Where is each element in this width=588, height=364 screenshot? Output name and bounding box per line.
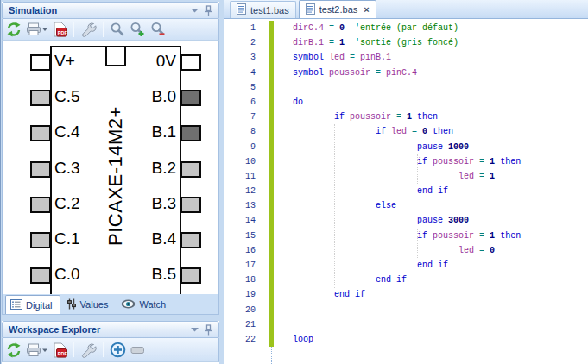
code-line[interactable]: if led = 0 then — [293, 124, 521, 139]
code-line[interactable] — [293, 80, 521, 95]
close-icon[interactable]: × — [364, 4, 369, 15]
chip-pin-box-vplus[interactable] — [30, 54, 51, 71]
line-number: 9 — [224, 140, 256, 154]
tab-label: test1.bas — [250, 5, 289, 16]
file-icon — [237, 3, 246, 16]
editor-body[interactable]: 12345678910111213141516171819202122 dirC… — [224, 19, 588, 364]
pin-icon[interactable] — [201, 323, 215, 336]
chip-pin-box-b-4[interactable] — [180, 232, 201, 248]
chevron-down-icon[interactable] — [187, 323, 201, 336]
chip-pin-box-b-0[interactable] — [180, 90, 201, 106]
zoom-icon[interactable] — [110, 21, 125, 39]
svg-text:PDF: PDF — [58, 350, 67, 355]
options-wrench-icon[interactable] — [80, 21, 97, 39]
chip-pin-label: C.3 — [54, 159, 80, 178]
chip-pin-box-b-5[interactable] — [180, 267, 201, 284]
toolbar-separator — [103, 22, 104, 37]
chip-pin-label: B.3 — [104, 194, 176, 213]
code-line[interactable]: end if — [293, 258, 521, 273]
code-line[interactable]: led = 1 — [293, 169, 521, 184]
chevron-down-icon[interactable] — [187, 4, 201, 17]
line-number: 6 — [224, 95, 256, 110]
code-line[interactable]: if poussoir = 1 then — [293, 229, 521, 243]
editor-tabbar: test1.bas test2.bas × — [224, 0, 588, 19]
code-line[interactable]: else — [293, 198, 521, 213]
line-number: 20 — [224, 303, 256, 317]
tab-test1-bas[interactable]: test1.bas — [230, 1, 296, 18]
tab-digital-label: Digital — [26, 300, 53, 311]
line-number: 1 — [224, 21, 256, 35]
pin-icon[interactable] — [201, 4, 215, 17]
chip-pin-box-c-3[interactable] — [30, 161, 51, 178]
print-icon[interactable] — [26, 21, 48, 39]
workspace-panel-titlebar: Workspace Explorer — [2, 321, 219, 338]
code-line[interactable]: end if — [293, 184, 521, 198]
chip-pin-box-b-1[interactable] — [180, 125, 201, 141]
line-number: 4 — [224, 66, 256, 80]
chip-pin-box-c-2[interactable] — [30, 197, 51, 213]
chip-pin-box-c-4[interactable] — [30, 125, 51, 141]
zoom-in-icon[interactable] — [130, 21, 146, 39]
code-line[interactable]: end if — [293, 287, 521, 302]
line-number-gutter: 12345678910111213141516171819202122 — [224, 21, 256, 347]
svg-text:PDF: PDF — [58, 30, 67, 35]
toolbar-separator — [103, 342, 104, 357]
code-line[interactable]: end if — [293, 273, 521, 287]
line-number: 5 — [224, 80, 256, 95]
chip-pin-box-b-2[interactable] — [180, 161, 201, 178]
code-line[interactable]: symbol poussoir = pinC.4 — [293, 66, 521, 80]
pdf-export-icon[interactable]: PDF — [53, 21, 67, 39]
line-number: 19 — [224, 287, 256, 302]
digital-list-icon — [10, 299, 22, 311]
application-window: Simulation — [0, 0, 588, 364]
tab-test2-bas[interactable]: test2.bas × — [299, 0, 376, 18]
simulation-toolbar: PDF — [2, 19, 219, 41]
collapse-icon[interactable] — [130, 341, 145, 359]
chip-pin-box-b-3[interactable] — [180, 197, 201, 213]
code-line[interactable] — [293, 317, 521, 332]
code-content: dirC.4 = 0 'entrée (par défaut)dirB.1 = … — [293, 21, 521, 347]
simulation-view-tabs: Digital Values — [2, 294, 219, 315]
chip-pin-label: C.1 — [54, 229, 80, 248]
chip-pin-label: B.2 — [104, 159, 176, 178]
tab-digital[interactable]: Digital — [5, 295, 60, 314]
code-editor: test1.bas test2.bas × 123456789101112131… — [224, 0, 588, 364]
code-line[interactable]: if poussoir = 1 then — [293, 154, 521, 169]
line-number: 8 — [224, 124, 256, 139]
code-line[interactable]: symbol led = pinB.1 — [293, 50, 521, 65]
chip-pin-box-c-5[interactable] — [30, 90, 51, 106]
code-line[interactable]: dirC.4 = 0 'entrée (par défaut) — [293, 21, 521, 35]
code-line[interactable]: pause 1000 — [293, 140, 521, 154]
line-number: 2 — [224, 35, 256, 50]
toolbar-separator — [73, 22, 74, 37]
chip-pin-label: B.0 — [104, 87, 176, 106]
tab-watch[interactable]: Watch — [117, 295, 173, 314]
chip-pin-box-c-1[interactable] — [30, 232, 51, 248]
code-line[interactable] — [293, 303, 521, 317]
code-line[interactable]: if poussoir = 1 then — [293, 110, 521, 124]
line-number: 13 — [224, 198, 256, 213]
chip-pin-label: C.0 — [54, 265, 80, 284]
add-icon[interactable] — [110, 341, 126, 359]
code-line[interactable]: do — [293, 95, 521, 110]
refresh-icon[interactable] — [6, 341, 22, 359]
print-icon[interactable] — [26, 341, 48, 359]
line-number: 17 — [224, 258, 256, 273]
chip-pin-label: B.1 — [104, 122, 176, 141]
code-line[interactable]: led = 0 — [293, 243, 521, 258]
toolbar-separator — [73, 342, 74, 357]
options-wrench-icon[interactable] — [80, 341, 97, 359]
chip-pin-label: 0V — [104, 52, 176, 71]
zoom-out-icon[interactable] — [150, 21, 167, 39]
code-line[interactable]: loop — [293, 332, 521, 347]
refresh-icon[interactable] — [6, 21, 22, 39]
pdf-export-icon[interactable]: PDF — [53, 341, 67, 359]
simulation-chip-area: PICAXE-14M2+ V+C.5C.4C.3C.2C.1C.00VB.0B.… — [2, 41, 219, 294]
code-line[interactable]: dirB.1 = 1 'sortie (gris foncé) — [293, 35, 521, 50]
chip-pin-box-c-0[interactable] — [30, 267, 51, 284]
code-line[interactable]: pause 3000 — [293, 213, 521, 228]
tab-values[interactable]: Values — [62, 295, 116, 314]
line-number: 3 — [224, 50, 256, 65]
tab-label: test2.bas — [319, 4, 358, 15]
chip-pin-box-0v[interactable] — [180, 54, 201, 71]
